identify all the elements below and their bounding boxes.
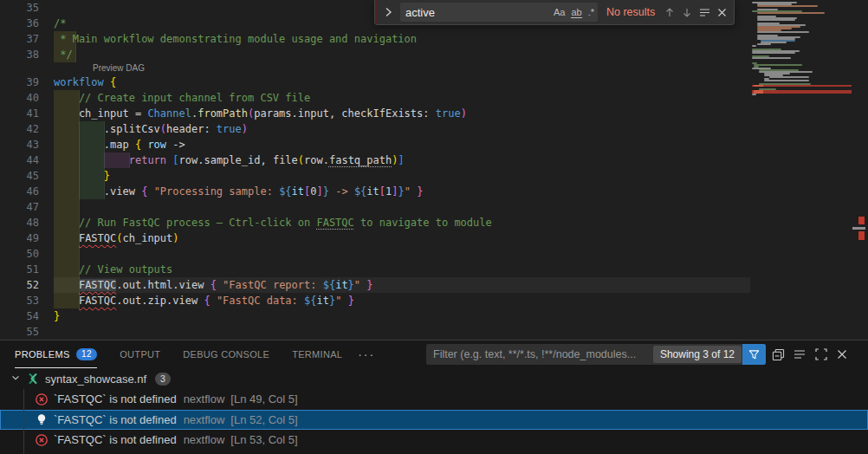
find-widget: Aa ab .* No results	[374, 0, 735, 25]
tab-debug-console[interactable]: DEBUG CONSOLE	[183, 341, 269, 368]
code-line[interactable]: 53 FASTQC.out.zip.view { "FastQC data: $…	[0, 293, 868, 308]
code-token: }	[54, 310, 60, 322]
code-token: it	[317, 295, 329, 307]
code-line[interactable]: 51 // View outputs	[0, 262, 868, 277]
find-input-box: Aa ab .*	[400, 3, 598, 22]
code-line[interactable]: 52 FASTQC.out.html.view { "FastQC report…	[0, 277, 868, 293]
close-find-icon[interactable]	[714, 3, 729, 21]
code-token	[54, 170, 104, 182]
maximize-panel-icon[interactable]	[814, 347, 828, 361]
code-token: "FastQC data:	[217, 295, 304, 307]
view-as-table-icon[interactable]	[793, 347, 806, 361]
problem-message: `FASTQC` is not defined	[54, 433, 177, 446]
find-widget-accent	[375, 0, 378, 24]
problem-row-selected[interactable]: `FASTQC` is not definednextflow[Ln 52, C…	[0, 410, 868, 431]
code-line[interactable]: 46 .view { "Processing sample: ${it[0]} …	[0, 184, 868, 199]
find-in-selection-icon[interactable]	[696, 3, 712, 21]
code-token: }	[104, 170, 110, 182]
problem-source: nextflow	[184, 433, 225, 446]
error-icon	[35, 433, 49, 447]
code-token: true	[217, 123, 242, 135]
code-token: fromPath	[198, 107, 248, 120]
code-token: )	[242, 123, 248, 135]
code-line[interactable]: 44 return [row.sample_id, file(row.fastq…	[0, 152, 868, 168]
code-token: ->	[329, 185, 354, 198]
line-content: ch_input = Channel.fromPath(params.input…	[54, 106, 750, 121]
filter-funnel-icon[interactable]	[742, 344, 766, 365]
line-number: 47	[0, 199, 39, 215]
code-line[interactable]: 43 .map { row ->	[0, 137, 868, 152]
tab-terminal[interactable]: TERMINAL	[292, 341, 342, 368]
code-line[interactable]: 47	[0, 199, 868, 215]
collapse-all-icon[interactable]	[771, 347, 785, 361]
problem-row[interactable]: `FASTQC` is not definednextflow[Ln 49, C…	[0, 389, 868, 410]
problem-message: `FASTQC` is not defined	[54, 413, 177, 426]
code-token: ${	[354, 185, 366, 198]
code-line[interactable]: 42 .splitCsv(header: true)	[0, 121, 868, 137]
code-line[interactable]: 37 * Main workflow demonstrating module …	[0, 31, 868, 47]
code-line[interactable]: 49 FASTQC(ch_input)	[0, 230, 868, 246]
code-token: it	[335, 279, 347, 291]
toggle-replace-chevron-icon[interactable]	[380, 3, 396, 21]
line-number: 35	[0, 0, 39, 16]
showing-count-badge: Showing 3 of 12	[653, 346, 742, 363]
code-token: .map	[54, 139, 135, 151]
regex-icon[interactable]: .*	[588, 7, 594, 17]
code-line[interactable]: 41 ch_input = Channel.fromPath(params.in…	[0, 106, 868, 121]
line-content: // View outputs	[54, 262, 750, 277]
line-content: FASTQC.out.html.view { "FastQC report: $…	[54, 277, 750, 293]
code-line[interactable]: 39workflow {	[0, 75, 868, 90]
code-token: // Create input channel from CSV file	[54, 92, 310, 104]
line-number: 39	[0, 75, 39, 90]
code-token: ]	[317, 185, 323, 198]
code-token: }	[348, 295, 354, 307]
close-panel-icon[interactable]	[835, 347, 849, 361]
more-tabs-icon[interactable]: ···	[358, 347, 375, 361]
line-number: 50	[0, 246, 39, 262]
line-content: return [row.sample_id, file(row.fastq_pa…	[54, 152, 750, 168]
minimap[interactable]	[752, 2, 852, 338]
code-token: .out.html.view	[116, 279, 210, 291]
code-line[interactable]: 48 // Run FastQC process – Ctrl-click on…	[0, 215, 868, 230]
code-line[interactable]: 54}	[0, 308, 868, 324]
previous-match-icon[interactable]	[662, 3, 677, 21]
code-token	[147, 185, 153, 198]
code-token: ${	[279, 185, 291, 198]
code-line[interactable]: 38 */	[0, 47, 868, 62]
tree-indent-guide	[23, 389, 24, 454]
match-case-icon[interactable]: Aa	[554, 7, 565, 17]
line-number: 55	[0, 324, 39, 340]
code-token: return	[129, 154, 166, 166]
code-editor[interactable]: 3536/*37 * Main workflow demonstrating m…	[0, 0, 868, 340]
code-token: "Processing sample:	[154, 185, 280, 198]
line-content: .view { "Processing sample: ${it[0]} -> …	[54, 184, 750, 199]
code-line[interactable]: 40 // Create input channel from CSV file	[0, 90, 868, 106]
code-token: }	[323, 185, 329, 198]
tab-output[interactable]: OUTPUT	[120, 341, 160, 368]
line-number: 43	[0, 137, 39, 152]
line-number: 37	[0, 31, 39, 47]
code-token	[54, 154, 129, 166]
code-token: ]	[398, 154, 404, 166]
code-line[interactable]: 55	[0, 324, 868, 340]
code-token: file	[273, 154, 298, 166]
error-token: FASTQC	[79, 295, 116, 307]
code-token: */	[54, 49, 73, 61]
filter-input[interactable]: Filter (e.g. text, **/*.ts, !**/node_mod…	[426, 348, 653, 360]
problem-row[interactable]: `FASTQC` is not definednextflow[Ln 53, C…	[0, 430, 868, 451]
chevron-down-icon[interactable]	[10, 371, 21, 386]
problem-message: `FASTQC` is not defined	[54, 392, 177, 405]
error-token: FASTQC	[79, 232, 116, 244]
line-content	[54, 199, 750, 215]
tab-problems[interactable]: PROBLEMS 12	[15, 341, 97, 368]
problems-file-group[interactable]: syntax_showcase.nf 3	[0, 368, 868, 389]
problems-filter-box: Filter (e.g. text, **/*.ts, !**/node_mod…	[426, 344, 766, 365]
code-line[interactable]: 50	[0, 246, 868, 262]
code-token: true	[436, 107, 461, 120]
codelens-preview-dag-link[interactable]: Preview DAG	[93, 62, 145, 75]
code-token: // View outputs	[54, 263, 172, 276]
whole-word-icon[interactable]: ab	[571, 7, 581, 17]
next-match-icon[interactable]	[679, 3, 695, 21]
find-input[interactable]	[405, 6, 547, 19]
code-line[interactable]: 45 }	[0, 168, 868, 184]
